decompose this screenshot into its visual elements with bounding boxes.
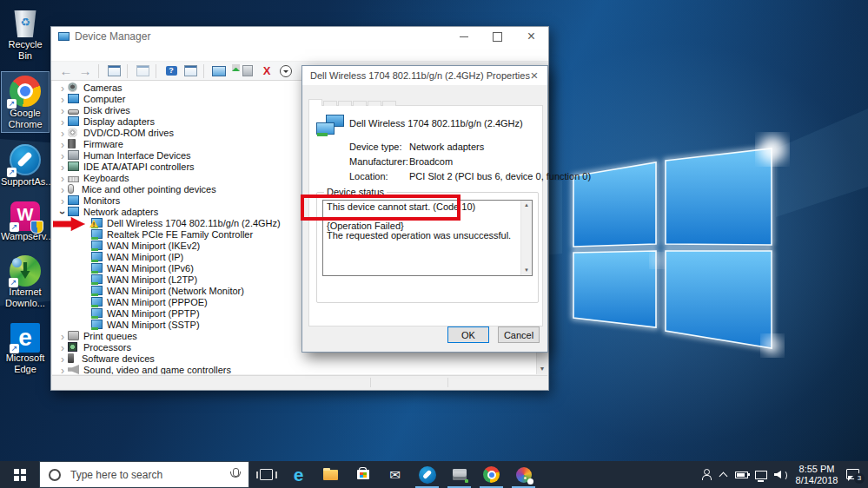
people-icon[interactable] [701, 469, 712, 480]
dialog-close-icon[interactable] [521, 66, 547, 85]
ok-button[interactable]: OK [447, 326, 489, 343]
network-icon[interactable] [755, 471, 767, 479]
internet-download-manager-desktop-icon[interactable]: ↗ Internet Downlo... [1, 252, 50, 311]
tree-item-label: Sound, video and game controllers [83, 365, 231, 375]
status-scrollbar[interactable]: ▲ ▼ [520, 201, 532, 275]
console-toolbar-icon[interactable] [104, 63, 123, 79]
device-category-icon [68, 365, 79, 374]
device-category-icon [91, 241, 103, 250]
paint-taskbar-icon[interactable] [507, 461, 540, 488]
network-adapter-icon [316, 115, 344, 137]
store-taskbar-icon[interactable] [347, 461, 379, 488]
supportassist-taskbar-icon[interactable] [411, 461, 443, 488]
tree-item-label: Cameras [83, 82, 123, 93]
chevron-icon[interactable] [57, 204, 68, 220]
annotation-highlight-box [301, 195, 461, 221]
driver-tab[interactable] [338, 101, 352, 106]
taskbar: 8:55 PM 8/14/2018 3 [0, 461, 868, 488]
device-manager-titlebar[interactable]: Device Manager [51, 27, 548, 46]
volume-icon[interactable] [774, 469, 787, 480]
device-category-icon [68, 139, 76, 148]
desktop-icon-label-2: Downlo... [1, 298, 50, 309]
scroll-up-icon[interactable]: ▲ [521, 201, 532, 210]
maximize-button[interactable] [480, 27, 514, 46]
google-chrome-desktop-icon[interactable]: ↗ Google Chrome [1, 71, 50, 133]
details-tab[interactable] [353, 101, 367, 106]
mail-taskbar-icon[interactable] [379, 461, 411, 488]
taskbar-search[interactable] [39, 461, 249, 488]
dialog-titlebar[interactable]: Dell Wireless 1704 802.11b/g/n (2.4GHz) … [302, 66, 547, 85]
minimize-button[interactable] [447, 27, 480, 46]
device-category-icon [68, 176, 79, 182]
dialog-title: Dell Wireless 1704 802.11b/g/n (2.4GHz) … [310, 70, 530, 81]
events-tab[interactable] [368, 101, 381, 106]
device-manager-taskbar-icon[interactable] [443, 461, 475, 488]
cancel-button[interactable]: Cancel [498, 326, 540, 343]
start-button[interactable] [0, 461, 39, 488]
field-row: Location: PCI Slot 2 (PCI bus 6, device … [349, 168, 540, 183]
recycle-bin-desktop-icon[interactable]: ↗ Recycle Bin [1, 3, 50, 63]
desktop-icon-art: ↗ [10, 323, 40, 353]
desktop-icon-label: Microsoft [1, 353, 50, 364]
tree-item[interactable]: Sound, video and game controllers [52, 364, 536, 374]
tree-item-label: Mice and other pointing devices [82, 184, 216, 195]
tree-item-label: Dell Wireless 1704 802.11b/g/n (2.4GHz) [107, 218, 281, 228]
search-input[interactable] [69, 468, 229, 482]
advanced-tab[interactable] [323, 101, 337, 106]
update-toolbar-icon[interactable] [238, 63, 257, 79]
cortana-icon [49, 469, 61, 481]
task-view-taskbar-icon[interactable] [250, 461, 282, 488]
general-tab[interactable] [308, 99, 322, 106]
desktop-icon-art: ↗ [10, 255, 41, 287]
scan-toolbar-icon[interactable] [209, 63, 229, 79]
tray-time: 8:55 PM [794, 464, 839, 475]
show-hidden-icons-icon[interactable] [719, 471, 728, 479]
device-category-icon [68, 128, 77, 137]
shortcut-arrow-icon: ↗ [10, 222, 19, 232]
chrome-taskbar-icon[interactable] [475, 461, 507, 488]
tree-item-label: Firmware [83, 139, 123, 149]
resources-tab[interactable] [382, 101, 396, 106]
scroll-down-icon[interactable]: ▼ [521, 266, 532, 275]
tree-item-label: WAN Miniport (PPTP) [107, 308, 200, 319]
device-category-icon [91, 274, 103, 284]
device-category-icon [68, 82, 77, 92]
system-tray: 8:55 PM 8/14/2018 3 [701, 461, 866, 488]
desktop-icon-art: ↗ [10, 201, 40, 231]
disable-toolbar-icon[interactable] [276, 63, 295, 79]
shortcut-arrow-icon: ↗ [10, 344, 19, 353]
field-value: Network adapters [409, 142, 484, 152]
tree-item-label: Network adapters [83, 207, 158, 217]
field-row: Device type: Network adapters [349, 139, 540, 154]
edge-taskbar-icon[interactable] [282, 461, 315, 488]
field-value: PCI Slot 2 (PCI bus 6, device 0, functio… [409, 171, 591, 181]
battery-icon[interactable] [735, 472, 748, 478]
tree-item[interactable]: Software devices [52, 353, 536, 364]
microphone-icon[interactable] [229, 468, 240, 481]
clock[interactable]: 8:55 PM 8/14/2018 [794, 464, 839, 486]
action-center-icon[interactable]: 3 [846, 469, 861, 481]
scroll-down-icon[interactable]: ▼ [537, 363, 547, 374]
device-category-icon [68, 150, 79, 160]
supportassist-desktop-icon[interactable]: ↗ SupportAs... [1, 141, 50, 189]
tree-item-label: Realtek PCIe FE Family Controller [107, 229, 253, 240]
properties-toolbar-icon[interactable] [181, 63, 200, 79]
export-toolbar-icon[interactable] [133, 63, 152, 79]
chevron-icon[interactable] [57, 362, 68, 375]
tree-item-label: Human Interface Devices [83, 150, 191, 161]
uninstall-toolbar-icon[interactable] [257, 63, 276, 79]
wampserver-desktop-icon[interactable]: ↗ Wampserv... [1, 197, 50, 244]
taskbar-app-icons [250, 461, 540, 488]
tree-item-label: WAN Miniport (IPv6) [107, 263, 194, 274]
close-button[interactable] [514, 27, 548, 46]
microsoft-edge-desktop-icon[interactable]: ↗ Microsoft Edge [1, 319, 50, 377]
device-category-icon [91, 229, 103, 239]
forward-toolbar-icon[interactable] [76, 63, 95, 79]
windows-logo-icon [14, 469, 19, 474]
field-label: Manufacturer: [349, 156, 409, 167]
notification-badge: 3 [854, 473, 865, 484]
help-toolbar-icon[interactable] [162, 63, 181, 79]
file-explorer-taskbar-icon[interactable] [315, 461, 347, 488]
back-toolbar-icon[interactable] [56, 63, 76, 79]
status-line-detail: The requested operation was unsuccessful… [327, 231, 518, 241]
